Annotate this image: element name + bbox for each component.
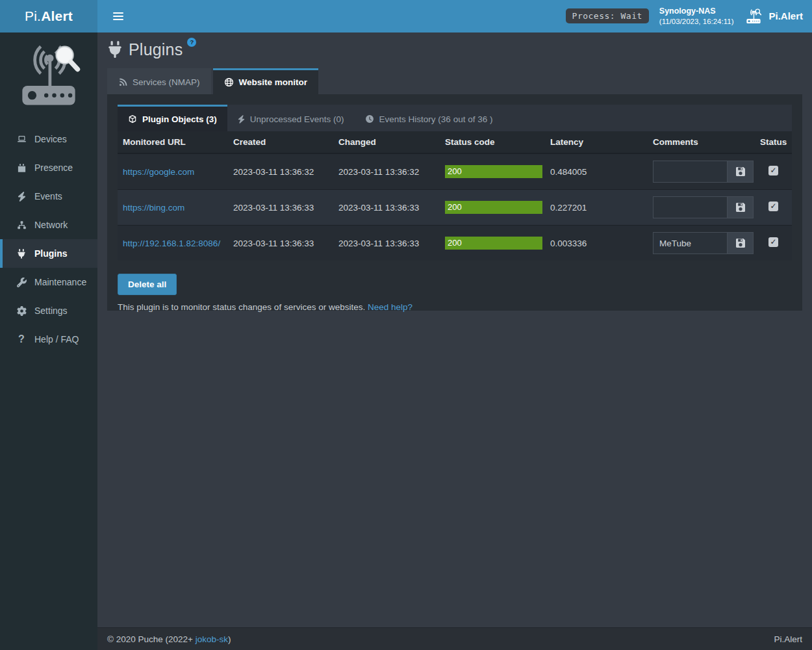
sidebar-item-settings[interactable]: Settings xyxy=(0,296,97,325)
footer: © 2020 Puche (2022+ jokob-sk) Pi.Alert xyxy=(97,627,812,650)
created-cell: 2023-03-11 13:36:33 xyxy=(228,190,333,226)
sidebar-item-label: Presence xyxy=(34,162,73,173)
footer-author-link[interactable]: jokob-sk xyxy=(196,634,228,644)
tab-website-monitor[interactable]: Website monitor xyxy=(213,68,319,94)
sidebar: Devices Presence Events Network Plugins xyxy=(0,32,97,650)
sidebar-item-label: Settings xyxy=(34,306,68,316)
sidebar-item-label: Plugins xyxy=(34,248,68,259)
sidebar-item-label: Network xyxy=(34,220,68,230)
sidebar-item-label: Maintenance xyxy=(34,277,86,287)
cube-icon xyxy=(128,114,137,124)
laptop-icon xyxy=(16,135,27,144)
comment-input-group xyxy=(653,161,754,183)
tab-label: Events History (36 out of 36 ) xyxy=(379,114,493,124)
col-header-created: Created xyxy=(228,131,333,153)
delete-all-button[interactable]: Delete all xyxy=(118,274,177,295)
col-header-monitored-url: Monitored URL xyxy=(118,131,228,153)
latency-cell: 0.003336 xyxy=(545,226,648,261)
status-checkbox[interactable] xyxy=(768,237,778,247)
plugin-description-text: This plugin is to monitor status changes… xyxy=(118,302,365,312)
calendar-icon xyxy=(16,163,27,173)
sidebar-item-events[interactable]: Events xyxy=(0,182,97,211)
tab-label: Website monitor xyxy=(239,77,308,87)
wrench-icon xyxy=(16,278,27,287)
tab-unprocessed-events[interactable]: Unprocessed Events (0) xyxy=(227,105,355,131)
tab-events-history[interactable]: Events History (36 out of 36 ) xyxy=(355,105,503,131)
sidebar-item-help-faq[interactable]: ? Help / FAQ xyxy=(0,325,97,354)
save-comment-button[interactable] xyxy=(727,161,753,182)
changed-cell: 2023-03-11 13:36:33 xyxy=(333,226,440,261)
sidebar-menu: Devices Presence Events Network Plugins xyxy=(0,125,97,354)
comment-input[interactable] xyxy=(653,233,727,254)
save-comment-button[interactable] xyxy=(727,197,753,218)
latency-cell: 0.484005 xyxy=(545,153,648,190)
footer-copyright-text: © 2020 Puche (2022+ xyxy=(107,634,196,644)
status-code-bar: 200 xyxy=(445,201,542,214)
tab-label: Unprocessed Events (0) xyxy=(250,114,344,124)
bolt-icon xyxy=(238,115,245,124)
sidebar-toggle-button[interactable] xyxy=(107,5,129,27)
main-content: Plugins ? Services (NMAP) Website monito… xyxy=(97,32,812,627)
host-info: Synology-NAS (11/03/2023, 16:24:11) xyxy=(659,6,734,27)
bolt-icon xyxy=(16,192,27,202)
plug-icon xyxy=(108,41,121,58)
comment-input-group xyxy=(653,232,754,254)
process-status-badge: Process: Wait xyxy=(566,8,649,23)
sidebar-item-label: Events xyxy=(34,191,62,202)
table-row: https://google.com 2023-03-11 13:36:32 2… xyxy=(118,153,792,190)
footer-credits: © 2020 Puche (2022+ jokob-sk) xyxy=(107,634,231,644)
help-badge[interactable]: ? xyxy=(187,38,196,47)
need-help-link[interactable]: Need help? xyxy=(368,302,412,312)
tab-label: Services (NMAP) xyxy=(133,77,200,87)
question-icon: ? xyxy=(16,334,27,344)
page-title: Plugins ? xyxy=(107,32,802,65)
status-code-bar: 200 xyxy=(445,237,542,250)
gear-icon xyxy=(16,306,27,316)
comment-input[interactable] xyxy=(653,197,727,218)
tab-services-nmap[interactable]: Services (NMAP) xyxy=(107,68,211,94)
sidebar-item-presence[interactable]: Presence xyxy=(0,153,97,182)
table-header-row: Monitored URL Created Changed Status cod… xyxy=(118,131,792,153)
footer-app-name: Pi.Alert xyxy=(774,634,802,644)
status-code-bar: 200 xyxy=(445,165,542,178)
sidebar-item-label: Devices xyxy=(34,134,67,144)
satellite-dish-icon xyxy=(118,78,127,87)
monitored-url-link[interactable]: https://bing.com xyxy=(123,203,184,213)
changed-cell: 2023-03-11 13:36:32 xyxy=(333,153,440,190)
sitemap-icon xyxy=(16,220,27,230)
latency-cell: 0.227201 xyxy=(545,190,648,226)
table-row: https://bing.com 2023-03-11 13:36:33 202… xyxy=(118,190,792,226)
changed-cell: 2023-03-11 13:36:33 xyxy=(333,190,440,226)
sidebar-item-maintenance[interactable]: Maintenance xyxy=(0,268,97,296)
page-title-text: Plugins xyxy=(129,40,183,59)
plug-icon xyxy=(16,249,27,259)
panel-tabs: Plugin Objects (3) Unprocessed Events (0… xyxy=(118,105,792,131)
sidebar-item-plugins[interactable]: Plugins xyxy=(0,239,97,268)
tab-label: Plugin Objects (3) xyxy=(142,114,217,124)
col-header-status: Status xyxy=(755,131,792,153)
status-checkbox[interactable] xyxy=(768,202,778,211)
host-name: Synology-NAS xyxy=(659,6,734,17)
router-scan-icon xyxy=(744,8,763,25)
created-cell: 2023-03-11 13:36:32 xyxy=(228,153,333,190)
col-header-status-code: Status code xyxy=(440,131,545,153)
save-comment-button[interactable] xyxy=(727,233,753,254)
plugin-objects-table: Monitored URL Created Changed Status cod… xyxy=(118,131,792,261)
sidebar-item-devices[interactable]: Devices xyxy=(0,125,97,153)
brand-pre: Pi. xyxy=(25,8,41,24)
col-header-changed: Changed xyxy=(333,131,440,153)
sidebar-item-label: Help / FAQ xyxy=(34,334,79,344)
monitored-url-link[interactable]: http://192.168.1.82:8086/ xyxy=(123,239,220,248)
app-name: Pi.Alert xyxy=(768,10,803,21)
tab-plugin-objects[interactable]: Plugin Objects (3) xyxy=(118,105,227,131)
clock-icon xyxy=(365,114,374,124)
sidebar-item-network[interactable]: Network xyxy=(0,211,97,239)
navbar-right: Process: Wait Synology-NAS (11/03/2023, … xyxy=(566,6,812,27)
table-row: http://192.168.1.82:8086/ 2023-03-11 13:… xyxy=(118,226,792,261)
monitored-url-link[interactable]: https://google.com xyxy=(123,167,194,177)
comment-input[interactable] xyxy=(653,161,727,182)
plugin-tabs: Services (NMAP) Website monitor xyxy=(107,68,802,94)
brand-logo[interactable]: Pi.Alert xyxy=(0,0,97,32)
status-checkbox[interactable] xyxy=(768,166,778,176)
brand-bold: Alert xyxy=(41,8,73,24)
